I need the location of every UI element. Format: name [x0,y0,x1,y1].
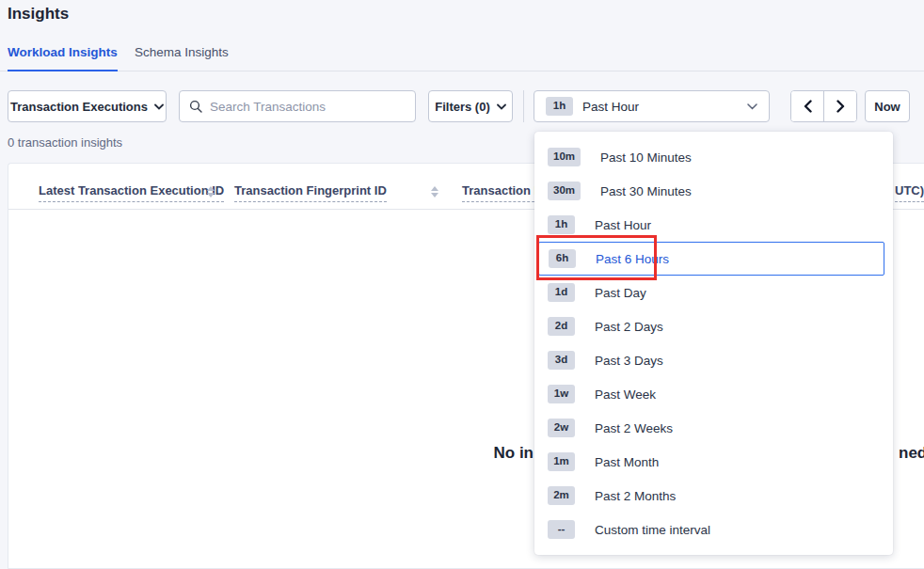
empty-state-message-right-fragment: ned. [899,444,924,463]
menu-item-label: Past 10 Minutes [600,150,692,165]
workload-type-select[interactable]: Transaction Executions [8,90,167,122]
range-badge: 2w [548,419,575,437]
previous-interval-button[interactable] [791,91,824,121]
menu-item-past-2-days[interactable]: 2d Past 2 Days [534,309,893,343]
now-button[interactable]: Now [865,90,910,122]
menu-item-label: Past Day [595,286,646,300]
menu-item-label: Past Month [595,455,659,469]
range-badge: 1d [548,283,575,302]
search-icon [189,100,202,113]
workload-type-label: Transaction Executions [10,100,148,114]
sort-icon[interactable] [207,184,215,199]
menu-item-past-2-weeks[interactable]: 2w Past 2 Weeks [534,411,893,445]
menu-item-past-week[interactable]: 1w Past Week [534,377,893,411]
range-badge: 6h [549,249,576,268]
time-step-buttons [790,90,857,122]
menu-item-label: Past 30 Minutes [600,184,692,198]
search-input[interactable] [210,100,406,114]
menu-item-label: Past Week [595,387,656,402]
menu-item-past-30-minutes[interactable]: 30m Past 30 Minutes [534,174,893,208]
menu-item-past-hour[interactable]: 1h Past Hour [534,208,893,242]
range-badge: 1w [548,385,575,403]
range-badge: 3d [548,351,575,370]
filters-label: Filters (0) [435,100,490,114]
range-badge: 30m [548,182,581,200]
filters-button[interactable]: Filters (0) [428,90,513,122]
menu-item-past-10-minutes[interactable]: 10m Past 10 Minutes [534,140,893,174]
range-badge: 10m [548,148,581,166]
menu-item-past-day[interactable]: 1d Past Day [534,276,893,309]
chevron-down-icon [154,103,164,110]
menu-item-label: Past 2 Days [595,320,663,334]
menu-item-past-month[interactable]: 1m Past Month [534,445,893,479]
empty-state-message-left-fragment: No in [423,444,534,463]
insights-count: 0 transaction insights [8,135,122,150]
time-range-badge: 1h [546,97,573,116]
tab-bar: Workload Insights Schema Insights [0,41,924,71]
tab-workload-insights[interactable]: Workload Insights [8,45,118,71]
now-label: Now [874,100,900,114]
menu-item-label: Past 2 Months [595,489,676,503]
chevron-right-icon [836,100,845,113]
time-range-label: Past Hour [582,100,738,114]
menu-item-custom-time-interval[interactable]: -- Custom time interval [534,513,893,546]
menu-item-label: Past 3 Days [595,354,663,368]
menu-item-past-2-months[interactable]: 2m Past 2 Months [534,479,893,513]
page-title: Insights [8,5,69,24]
menu-item-past-3-days[interactable]: 3d Past 3 Days [534,343,893,377]
range-badge: 1m [548,452,575,471]
search-transactions-box [179,90,416,122]
menu-item-past-6-hours[interactable]: 6h Past 6 Hours [538,242,884,276]
tab-schema-insights[interactable]: Schema Insights [135,45,229,71]
range-badge: 2d [548,317,575,336]
time-range-select[interactable]: 1h Past Hour [534,90,770,122]
column-header-transaction-fingerprint-id[interactable]: Transaction Fingerprint ID [234,183,387,202]
toolbar-divider [523,90,524,122]
chevron-down-icon [747,103,757,110]
range-badge: 1h [548,215,575,234]
chevron-down-icon [497,103,506,110]
menu-item-label: Custom time interval [595,523,710,537]
sort-icon[interactable] [431,184,438,199]
menu-item-label: Past 2 Weeks [595,421,673,435]
menu-item-label: Past 6 Hours [596,252,669,266]
column-header-latest-transaction-execution-id[interactable]: Latest Transaction Execution ID [39,183,224,202]
time-range-dropdown-menu: 10m Past 10 Minutes 30m Past 30 Minutes … [534,132,893,555]
next-interval-button[interactable] [824,91,856,121]
range-badge: 2m [548,486,575,505]
range-badge: -- [548,520,575,539]
chevron-left-icon [804,100,812,113]
menu-item-label: Past Hour [595,218,651,232]
column-header-utc-truncated[interactable]: UTC) [895,183,924,202]
